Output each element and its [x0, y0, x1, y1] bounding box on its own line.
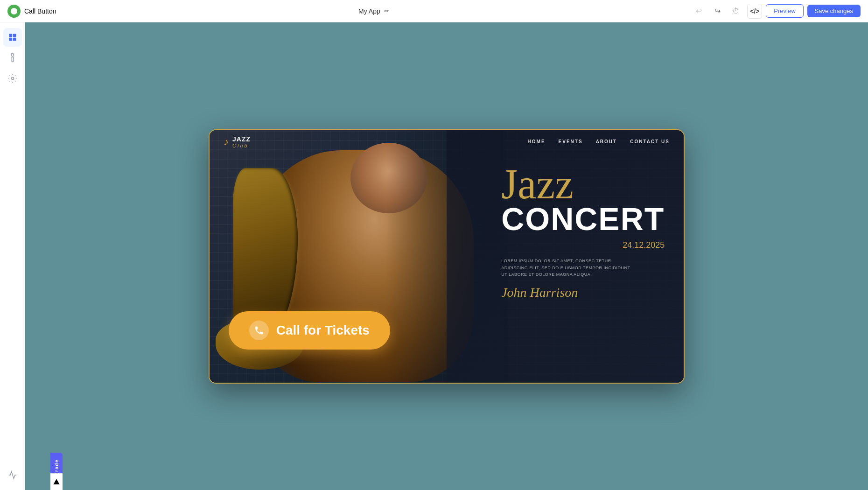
sidebar: [0, 22, 25, 490]
nav-events[interactable]: EVENTS: [559, 139, 583, 144]
logo-jazz-text: JAZZ: [232, 135, 251, 143]
redo-button[interactable]: ↪: [710, 4, 725, 19]
nav-home[interactable]: HOME: [528, 139, 546, 144]
preview-card: ♪ JAZZ Club HOME EVENTS ABOUT CONTACT US: [209, 129, 685, 384]
logo-inner: [11, 8, 17, 14]
saxophone-logo-icon: ♪: [224, 136, 229, 148]
app-title: Call Button: [24, 7, 56, 15]
logo-text-group: JAZZ Club: [232, 135, 251, 148]
sidebar-item-settings[interactable]: [3, 69, 22, 88]
svg-rect-2: [9, 38, 12, 41]
save-button[interactable]: Save changes: [807, 5, 861, 17]
site-logo: ♪ JAZZ Club: [224, 135, 251, 148]
cta-button[interactable]: Call for Tickets: [229, 311, 390, 350]
jazz-title: Jazz: [501, 165, 665, 203]
code-button[interactable]: </>: [747, 4, 762, 19]
phone-icon: [249, 321, 269, 340]
nav-links: HOME EVENTS ABOUT CONTACT US: [528, 139, 670, 144]
logo-circle: [7, 5, 21, 18]
concert-description: Lorem ipsum dolor sit amet, consec tetur…: [501, 258, 637, 278]
app-logo: Call Button: [7, 5, 56, 18]
concert-title-area: Jazz CONCERT 24.12.2025 Lorem ipsum dolo…: [501, 165, 665, 300]
sidebar-item-tools[interactable]: [3, 49, 22, 67]
cta-label: Call for Tickets: [276, 323, 370, 338]
svg-rect-0: [9, 34, 12, 37]
nav-about[interactable]: ABOUT: [596, 139, 617, 144]
logo-club-text: Club: [232, 143, 251, 148]
svg-rect-1: [13, 34, 16, 37]
concert-date: 24.12.2025: [501, 240, 665, 250]
signature: John Harrison: [501, 285, 665, 300]
company-logo: [50, 473, 63, 490]
canvas-area: ♪ JAZZ Club HOME EVENTS ABOUT CONTACT US: [25, 22, 868, 490]
sidebar-item-analytics[interactable]: [3, 466, 22, 484]
jazz-site: ♪ JAZZ Club HOME EVENTS ABOUT CONTACT US: [210, 130, 684, 383]
svg-point-4: [11, 77, 14, 80]
header-center: My App ✏: [62, 7, 686, 15]
site-nav: ♪ JAZZ Club HOME EVENTS ABOUT CONTACT US: [210, 130, 684, 154]
svg-rect-3: [13, 38, 16, 41]
header-actions: ↩ ↪ ⏱ </> Preview Save changes: [691, 4, 861, 19]
edit-icon[interactable]: ✏: [384, 7, 389, 14]
app-name-label: My App: [358, 7, 380, 15]
sidebar-item-layout[interactable]: [3, 28, 22, 47]
header: Call Button My App ✏ ↩ ↪ ⏱ </> Preview S…: [0, 0, 868, 22]
main-layout: ♪ JAZZ Club HOME EVENTS ABOUT CONTACT US: [0, 22, 868, 490]
nav-contact[interactable]: CONTACT US: [630, 139, 670, 144]
vercel-icon: [53, 478, 60, 486]
history-button[interactable]: ⏱: [728, 4, 743, 19]
concert-title: CONCERT: [501, 203, 665, 235]
preview-button[interactable]: Preview: [766, 4, 803, 18]
undo-button[interactable]: ↩: [691, 4, 706, 19]
